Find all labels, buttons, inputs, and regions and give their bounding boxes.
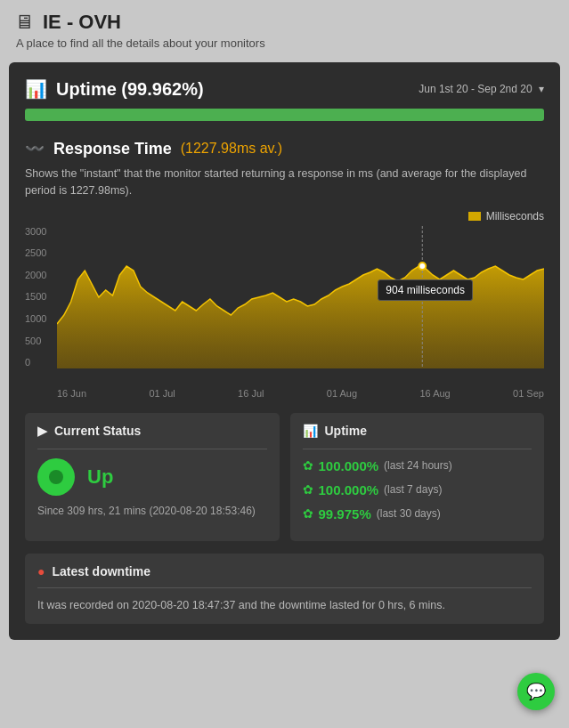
- chat-icon: 💬: [526, 682, 546, 701]
- uptime-row-30d: ✿ 99.975% (last 30 days): [303, 506, 532, 522]
- page-title: IE - OVH: [43, 11, 121, 34]
- response-icon: 〰️: [25, 139, 45, 158]
- downtime-section: ● Latest downtime It was recorded on 202…: [25, 554, 544, 625]
- uptime-period-30d: (last 30 days): [377, 507, 441, 520]
- downtime-title: Latest downtime: [52, 564, 150, 578]
- current-status-panel: ▶ Current Status Up Since 309 hrs, 21 mi…: [25, 413, 280, 541]
- date-range-text: Jun 1st 20 - Sep 2nd 20: [419, 83, 532, 95]
- uptime-period-24h: (last 24 hours): [384, 459, 452, 472]
- chart-tooltip: 904 milliseconds: [378, 279, 473, 301]
- monitor-icon: 🖥: [14, 11, 34, 34]
- status-since-text: Since 309 hrs, 21 mins (2020-08-20 18:53…: [37, 505, 267, 517]
- y-label-0: 0: [25, 357, 46, 368]
- divider: [37, 449, 267, 449]
- response-title: Response Time: [53, 140, 172, 158]
- status-circle: [37, 458, 75, 496]
- bottom-panels: ▶ Current Status Up Since 309 hrs, 21 mi…: [25, 413, 544, 541]
- uptime-pct-24h: 100.000%: [319, 458, 379, 473]
- y-label-3000: 3000: [25, 226, 46, 237]
- y-label-1000: 1000: [25, 313, 46, 324]
- response-section: 〰️ Response Time (1227.98ms av.) Shows t…: [25, 139, 544, 624]
- uptime-panel: 📊 Uptime ✿ 100.000% (last 24 hours) ✿ 10…: [290, 413, 545, 541]
- main-card: 📊 Uptime (99.962%) Jun 1st 20 - Sep 2nd …: [9, 62, 560, 640]
- tooltip-text: 904 milliseconds: [386, 284, 465, 296]
- chart-legend: Milliseconds: [25, 210, 544, 222]
- response-avg: (1227.98ms av.): [181, 141, 282, 157]
- chart-x-labels: 16 Jun 01 Jul 16 Jul 01 Aug 16 Aug 01 Se…: [25, 388, 544, 399]
- x-label-16jul: 16 Jul: [238, 388, 264, 399]
- x-label-01jul: 01 Jul: [149, 388, 175, 399]
- uptime-panel-title: Uptime: [325, 424, 367, 438]
- uptime-bar-icon: 📊: [303, 424, 318, 438]
- header-title-row: 🖥 IE - OVH: [14, 11, 121, 34]
- divider3: [37, 587, 532, 588]
- uptime-row-7d: ✿ 100.000% (last 7 days): [303, 482, 532, 497]
- current-status-title: Current Status: [54, 424, 141, 438]
- date-range-picker[interactable]: Jun 1st 20 - Sep 2nd 20 ▾: [415, 83, 544, 95]
- downtime-dot-icon: ●: [37, 564, 45, 578]
- y-label-1500: 1500: [25, 291, 46, 302]
- legend-color-box: [468, 212, 481, 221]
- current-status-header: ▶ Current Status: [37, 424, 267, 438]
- uptime-title-row: 📊 Uptime (99.962%): [25, 78, 204, 100]
- play-icon: ▶: [37, 424, 47, 438]
- response-description: Shows the "instant" that the monitor sta…: [25, 166, 544, 199]
- uptime-header: 📊 Uptime (99.962%) Jun 1st 20 - Sep 2nd …: [25, 78, 544, 100]
- chevron-down-icon: ▾: [539, 83, 544, 95]
- status-content: Up: [37, 458, 267, 496]
- bar-chart-icon: 📊: [25, 78, 47, 100]
- response-title-row: 〰️ Response Time (1227.98ms av.): [25, 139, 544, 158]
- divider2: [303, 449, 532, 449]
- x-label-01aug: 01 Aug: [327, 388, 357, 399]
- uptime-panel-header: 📊 Uptime: [303, 424, 532, 438]
- y-label-2000: 2000: [25, 270, 46, 280]
- chart-y-labels: 3000 2500 2000 1500 1000 500 0: [25, 226, 50, 368]
- tooltip-dot: [419, 263, 426, 270]
- chart-area: 3000 2500 2000 1500 1000 500 0: [25, 226, 544, 386]
- x-label-16jun: 16 Jun: [57, 388, 86, 399]
- green-dot-24h: ✿: [303, 458, 313, 473]
- uptime-period-7d: (last 7 days): [384, 483, 442, 496]
- x-label-16aug: 16 Aug: [419, 388, 450, 399]
- uptime-row-24h: ✿ 100.000% (last 24 hours): [303, 458, 532, 473]
- green-dot-30d: ✿: [303, 506, 313, 521]
- uptime-title: Uptime (99.962%): [56, 79, 204, 100]
- uptime-progress-bar: [25, 109, 544, 121]
- status-up-label: Up: [87, 465, 113, 489]
- downtime-text: It was recorded on 2020-08-20 18:47:37 a…: [37, 597, 532, 614]
- legend-label: Milliseconds: [486, 210, 544, 222]
- status-circle-inner: [49, 470, 63, 484]
- uptime-pct-30d: 99.975%: [319, 506, 371, 522]
- y-label-500: 500: [25, 336, 46, 346]
- page-subtitle: A place to find all the details about yo…: [16, 36, 265, 50]
- uptime-pct-7d: 100.000%: [319, 482, 379, 497]
- header: 🖥 IE - OVH A place to find all the detai…: [0, 0, 569, 62]
- x-label-01sep: 01 Sep: [513, 388, 544, 399]
- y-label-2500: 2500: [25, 247, 46, 258]
- response-chart: Milliseconds 3000 2500 2000 1500 1000 50…: [25, 210, 544, 399]
- downtime-header: ● Latest downtime: [37, 564, 532, 578]
- chat-bubble-button[interactable]: 💬: [517, 673, 555, 710]
- green-dot-7d: ✿: [303, 482, 313, 497]
